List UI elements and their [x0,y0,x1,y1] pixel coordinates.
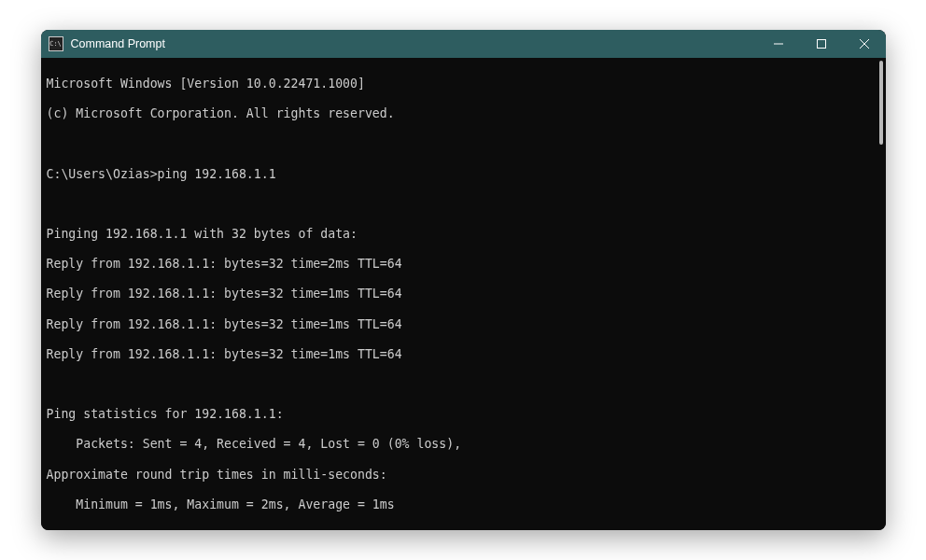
window-title: Command Prompt [71,37,165,50]
version-line: Microsoft Windows [Version 10.0.22471.10… [47,77,880,91]
stats-header: Ping statistics for 192.168.1.1: [47,407,880,422]
command-prompt-window: C:\ Command Prompt Microsoft Windows [Ve… [41,30,886,530]
scrollbar-thumb[interactable] [879,61,883,145]
titlebar-left: C:\ Command Prompt [49,36,165,51]
blank-line [47,527,880,530]
close-button[interactable] [843,30,886,58]
close-icon [860,39,869,49]
terminal-output[interactable]: Microsoft Windows [Version 10.0.22471.10… [41,58,886,530]
prompt-path: C:\Users\Ozias> [47,167,158,181]
ping-reply: Reply from 192.168.1.1: bytes=32 time=2m… [47,257,880,272]
titlebar[interactable]: C:\ Command Prompt [41,30,886,58]
blank-line [47,377,880,392]
rtt-header: Approximate round trip times in milli-se… [47,468,880,483]
prompt-command: ping 192.168.1.1 [158,167,276,181]
maximize-button[interactable] [800,30,843,58]
ping-header: Pinging 192.168.1.1 with 32 bytes of dat… [47,227,880,242]
copyright-line: (c) Microsoft Corporation. All rights re… [47,106,880,121]
ping-reply: Reply from 192.168.1.1: bytes=32 time=1m… [47,317,880,332]
blank-line [47,136,880,151]
rtt-values: Minimum = 1ms, Maximum = 2ms, Average = … [47,497,880,512]
cmd-icon: C:\ [49,36,63,51]
minimize-button[interactable] [757,30,800,58]
prompt-line-1: C:\Users\Ozias>ping 192.168.1.1 [47,167,880,182]
svg-rect-0 [817,40,825,49]
blank-line [47,197,880,212]
maximize-icon [817,39,826,49]
window-controls [757,30,886,58]
ping-reply: Reply from 192.168.1.1: bytes=32 time=1m… [47,287,880,301]
minimize-icon [774,39,783,49]
ping-reply: Reply from 192.168.1.1: bytes=32 time=1m… [47,347,880,362]
packets-line: Packets: Sent = 4, Received = 4, Lost = … [47,437,880,452]
